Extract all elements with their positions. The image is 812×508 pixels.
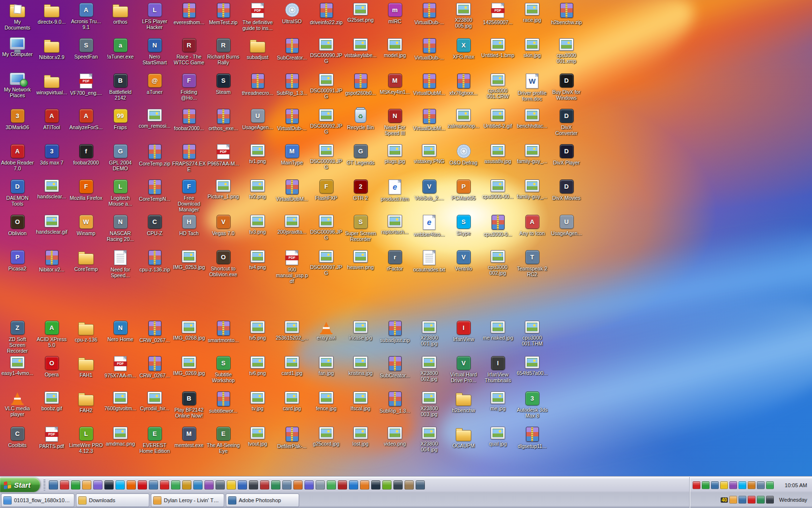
desktop-icon[interactable]: 142569007... (481, 3, 515, 25)
desktop-icon[interactable]: NNero StartSmart (138, 38, 172, 65)
desktop-icon[interactable]: LLogitech Mouse a... (103, 179, 137, 207)
desktop-icon[interactable]: NNASCAR Racing 20... (103, 215, 137, 242)
desktop-icon[interactable]: DDivX Movies (550, 179, 583, 201)
desktop-icon[interactable]: Nibitor.v2... (35, 250, 69, 272)
quick-launch-icon[interactable] (227, 480, 236, 490)
tray-icon[interactable] (729, 481, 737, 489)
desktop-icon[interactable]: VirtualDub-... (412, 3, 446, 25)
desktop-icon[interactable]: subadjust (241, 38, 275, 60)
quick-launch-icon[interactable] (104, 480, 114, 490)
desktop-icon[interactable]: CoreTemp (69, 250, 103, 272)
desktop-icon[interactable]: TTeamspeak 2 RC2 (515, 250, 549, 277)
desktop-icon[interactable]: Driver profile form.doc (515, 74, 549, 102)
desktop-icon[interactable]: h2benchw (447, 391, 480, 413)
desktop-icon[interactable]: AAnalyzeForS... (69, 109, 103, 130)
desktop-icon[interactable]: SubCreator... (378, 356, 412, 378)
desktop-icon[interactable]: X23800 003.jpg (412, 391, 446, 417)
desktop-icon[interactable]: 253615202_... (275, 321, 309, 341)
desktop-icon[interactable]: plugs.jpg (378, 144, 412, 164)
desktop-icon[interactable]: IMG_0269.jpg (172, 356, 206, 376)
desktop-icon[interactable]: card1.jpg (275, 356, 309, 376)
quick-launch-icon[interactable] (82, 480, 91, 490)
desktop-icon[interactable]: 33ds max 7 (35, 144, 69, 165)
desktop-icon[interactable]: subadjust.zip (378, 321, 412, 343)
desktop-icon[interactable]: VirtualDubM... (275, 179, 309, 202)
desktop-icon[interactable]: handsclear.gif (35, 215, 69, 235)
quick-launch-icon[interactable] (127, 480, 136, 490)
tray-icon[interactable] (693, 481, 700, 489)
desktop-icon[interactable]: cpu3000 001.xmp (550, 38, 583, 64)
desktop-icon[interactable]: mmIRC (378, 3, 412, 24)
desktop-icon[interactable]: SSkype (447, 215, 480, 236)
desktop-icon[interactable]: NNero Home (103, 321, 137, 342)
quick-launch-icon[interactable] (171, 480, 180, 490)
quick-launch-icon[interactable] (282, 480, 291, 490)
desktop-icon[interactable]: SubRip_1.3... (275, 74, 309, 96)
quick-launch-icon[interactable] (405, 480, 414, 490)
desktop-icon[interactable]: GGT Legends (344, 144, 377, 165)
desktop-icon[interactable]: DSC00097.JPG (309, 250, 343, 276)
desktop-icon[interactable]: 900 manual_usp.pdf (275, 250, 309, 284)
quick-launch-icon[interactable] (49, 480, 58, 490)
desktop-icon[interactable]: LLFS Player Hacker (138, 3, 172, 30)
desktop-icon[interactable]: DSC00090.JPG (309, 38, 343, 64)
desktop-icon[interactable]: DSC00096.JPG (309, 215, 343, 240)
start-button[interactable]: Start (0, 478, 40, 492)
desktop-icon[interactable]: directx-9.0... (35, 3, 69, 25)
desktop-icon[interactable]: smartmonto... (206, 321, 240, 343)
desktop-icon[interactable]: driveinfo22.zip (309, 3, 343, 25)
desktop-icon[interactable]: fence.jpg (309, 391, 343, 411)
desktop-icon[interactable]: UUsageAgen... (550, 215, 583, 236)
desktop-icon[interactable]: Recycle Bin (344, 109, 377, 130)
desktop-icon[interactable]: orthos_exe... (206, 109, 240, 131)
desktop-icon[interactable]: O&O Defrag (447, 144, 480, 165)
desktop-icon[interactable]: 654fd57a00... (515, 356, 549, 376)
quick-launch-icon[interactable] (71, 480, 80, 490)
desktop-icon[interactable]: family-guy_... (515, 179, 549, 199)
desktop-icon[interactable]: producti.htm (378, 179, 412, 202)
desktop-icon[interactable]: PARTS.pdf (35, 427, 69, 449)
desktop-icon[interactable]: subtitlewor... (206, 391, 240, 414)
desktop-icon[interactable]: CRW_0267... (138, 321, 172, 343)
desktop-icon[interactable]: SubRip_1.3... (378, 391, 412, 414)
quick-launch-icon[interactable] (249, 480, 258, 490)
desktop-icon[interactable]: @aTuner (138, 74, 172, 95)
taskbar-window-button[interactable]: Downloads (76, 493, 149, 507)
desktop-icon[interactable]: CoreTempN... (138, 179, 172, 202)
desktop-icon[interactable]: Mmemtest.exe (172, 427, 206, 448)
desktop-icon[interactable]: UUsageAgen... (241, 109, 275, 130)
desktop-icon[interactable]: VirtualDubM... (412, 109, 446, 131)
quick-launch-icon[interactable] (293, 480, 303, 490)
desktop-icon[interactable]: CCPU-Z (138, 215, 172, 236)
desktop-icon[interactable]: IMG_0268.jpg (172, 321, 206, 341)
desktop-icon[interactable]: boobz.gif (35, 391, 69, 411)
desktop-icon[interactable]: VF700_eng.... (69, 74, 103, 96)
desktop-icon[interactable]: h2benchw.zip (550, 3, 583, 25)
desktop-icon[interactable]: incase.jpg (344, 321, 377, 341)
desktop-icon[interactable]: 200jsraidta... (275, 215, 309, 235)
tray-icon[interactable] (748, 496, 755, 504)
desktop-icon[interactable]: DefilerPak-... (275, 427, 309, 449)
quick-launch-icon[interactable] (116, 480, 125, 490)
tray-icon[interactable] (766, 496, 774, 504)
desktop-icon[interactable]: tv.jpg (241, 391, 275, 411)
desktop-icon[interactable]: tvout.jpg (241, 427, 275, 447)
tray-icon[interactable] (729, 496, 737, 504)
desktop-icon[interactable]: SubCreator... (275, 38, 309, 60)
quick-launch-icon[interactable] (204, 480, 214, 490)
desktop-icon[interactable]: DSC00092.JPG (309, 109, 343, 134)
desktop-icon[interactable]: DBuy DivX for Windows (550, 74, 583, 101)
desktop-icon[interactable]: qual.jpg (481, 427, 515, 447)
desktop-icon[interactable]: Untitled-1.bmp (481, 38, 515, 58)
desktop-icon[interactable]: DSC00091.JPG (309, 74, 343, 99)
desktop-icon[interactable]: foobar2000... (172, 109, 206, 131)
taskbar-window-button[interactable]: 01013_flow_1680x1050.... (1, 493, 74, 507)
desktop-icon[interactable]: FAH1 (69, 356, 103, 378)
desktop-icon[interactable]: BPlay BF2142 Online Now! (172, 391, 206, 418)
desktop-icon[interactable]: My Documents (0, 3, 34, 30)
desktop-icon[interactable]: skin.jpg (515, 38, 549, 58)
desktop-icon[interactable]: FFlashFXP (309, 179, 343, 201)
desktop-icon[interactable]: cpu-z-136.zip (138, 250, 172, 272)
desktop-icon[interactable]: FAH2 (69, 391, 103, 413)
desktop-icon[interactable]: CRW_0267... (138, 356, 172, 378)
